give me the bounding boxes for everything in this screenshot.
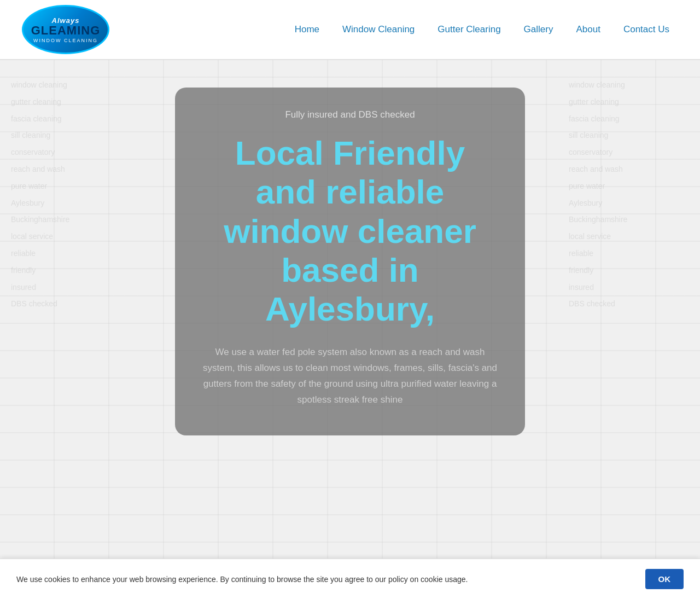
logo-text-gleaming: GLEAMING	[31, 25, 101, 37]
nav-window-cleaning[interactable]: Window Cleaning	[334, 20, 423, 39]
nav-home[interactable]: Home	[286, 20, 328, 39]
cookie-banner: We use cookies to enhance your web brows…	[0, 559, 700, 599]
card-heading: Local Friendly and reliable window clean…	[202, 133, 498, 328]
main-content: window cleaning gutter cleaning fascia c…	[0, 60, 700, 596]
hero-card: Fully insured and DBS checked Local Frie…	[175, 88, 525, 435]
cookie-text: We use cookies to enhance your web brows…	[16, 575, 629, 584]
main-nav: Home Window Cleaning Gutter Clearing Gal…	[286, 20, 678, 39]
bg-text-right: window cleaning gutter cleaning fascia c…	[569, 77, 689, 312]
logo-oval: Always GLEAMING WINDOW CLEANING	[22, 5, 109, 54]
nav-gutter-clearing[interactable]: Gutter Clearing	[429, 20, 509, 39]
logo-text-sub: WINDOW CLEANING	[33, 38, 98, 43]
nav-contact-us[interactable]: Contact Us	[615, 20, 678, 39]
card-description: We use a water fed pole system also know…	[202, 345, 498, 408]
cookie-ok-button[interactable]: OK	[645, 569, 684, 589]
logo[interactable]: Always GLEAMING WINDOW CLEANING	[22, 5, 109, 54]
nav-gallery[interactable]: Gallery	[515, 20, 562, 39]
nav-about[interactable]: About	[567, 20, 609, 39]
site-header: Always GLEAMING WINDOW CLEANING Home Win…	[0, 0, 700, 60]
card-subtitle: Fully insured and DBS checked	[202, 109, 498, 120]
bg-text-left: window cleaning gutter cleaning fascia c…	[11, 77, 131, 312]
